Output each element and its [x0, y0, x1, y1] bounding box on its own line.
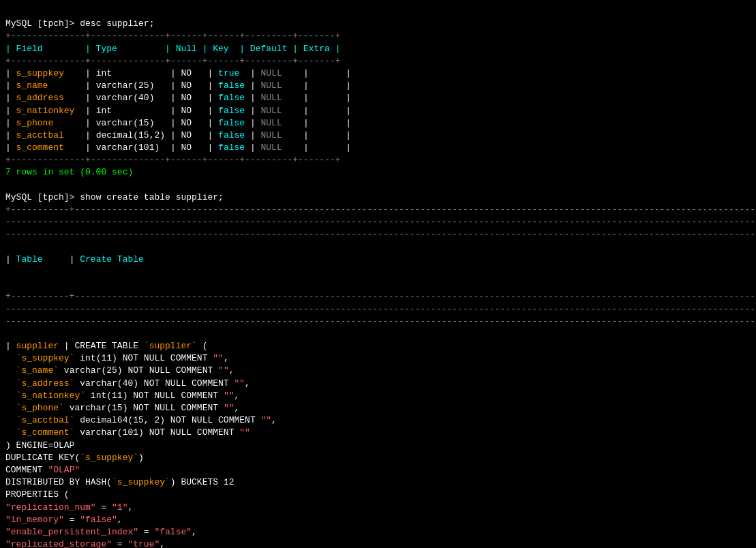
show-header: | Table | Create Table: [5, 254, 144, 264]
ct-prop-2: "in_memory" = "false",: [5, 515, 123, 525]
cmd-2: show create table supplier;: [74, 192, 223, 202]
cmd-1: desc supplier;: [74, 18, 154, 29]
ct-prop-1: "replication_num" = "1",: [5, 502, 133, 513]
prompt-2: MySQL [tpch]>: [5, 192, 74, 202]
show-sep-1: +-----------+---------------------------…: [5, 204, 756, 215]
ct-prop-3: "enable_persistent_index" = "false",: [5, 527, 197, 537]
separator-mid: +--------------+--------------+------+--…: [5, 56, 340, 66]
row-5: | s_phone | varchar(15) | NO | false | N…: [5, 118, 351, 128]
ct-field-1: `s_suppkey` int(11) NOT NULL COMMENT "",: [5, 353, 229, 363]
row-3: | s_address | varchar(40) | NO | false |…: [5, 93, 351, 103]
separator-bottom: +--------------+--------------+------+--…: [5, 155, 340, 165]
show-sep-6: ----------------------------------------…: [5, 316, 756, 326]
ct-comment: COMMENT "OLAP": [5, 465, 80, 475]
ct-field-2: `s_name` varchar(25) NOT NULL COMMENT ""…: [5, 365, 235, 376]
prompt-1: MySQL [tpch]>: [5, 18, 74, 29]
show-sep-4: +-----------+---------------------------…: [5, 291, 756, 301]
separator-top: +--------------+--------------+------+--…: [5, 31, 340, 41]
ct-distributed: DISTRIBUTED BY HASH(`s_suppkey`) BUCKETS…: [5, 477, 234, 487]
ct-field-7: `s_comment` varchar(101) NOT NULL COMMEN…: [5, 427, 250, 438]
row-1: | s_suppkey | int | NO | true | NULL | |: [5, 68, 351, 78]
table-header: | Field | Type | Null | Key | Default | …: [5, 44, 340, 54]
row-4: | s_nationkey | int | NO | false | NULL …: [5, 106, 351, 116]
ct-dupkey: DUPLICATE KEY(`s_suppkey`): [5, 453, 144, 463]
row-6: | s_acctbal | decimal(15,2) | NO | false…: [5, 130, 351, 140]
show-sep-2: ----------------------------------------…: [5, 217, 756, 227]
show-sep-3: ----------------------------------------…: [5, 229, 756, 239]
ct-prop-4: "replicated_storage" = "true",: [5, 539, 165, 548]
ct-properties: PROPERTIES (: [5, 489, 70, 500]
row-2: | s_name | varchar(25) | NO | false | NU…: [5, 80, 351, 91]
terminal-output: MySQL [tpch]> desc supplier; +----------…: [5, 5, 751, 548]
ct-field-5: `s_phone` varchar(15) NOT NULL COMMENT "…: [5, 403, 239, 413]
ct-field-6: `s_acctbal` decimal64(15, 2) NOT NULL CO…: [5, 415, 277, 425]
row-7: | s_comment | varchar(101) | NO | false …: [5, 142, 351, 153]
row-count-1: 7 rows in set (0.00 sec): [5, 167, 133, 177]
ct-field-3: `s_address` varchar(40) NOT NULL COMMENT…: [5, 378, 250, 389]
ct-engine: ) ENGINE=OLAP: [5, 440, 74, 451]
ct-field-4: `s_nationkey` int(11) NOT NULL COMMENT "…: [5, 391, 239, 401]
create-table-line: | supplier | CREATE TABLE `supplier` (: [5, 341, 207, 351]
show-sep-5: ----------------------------------------…: [5, 304, 756, 314]
